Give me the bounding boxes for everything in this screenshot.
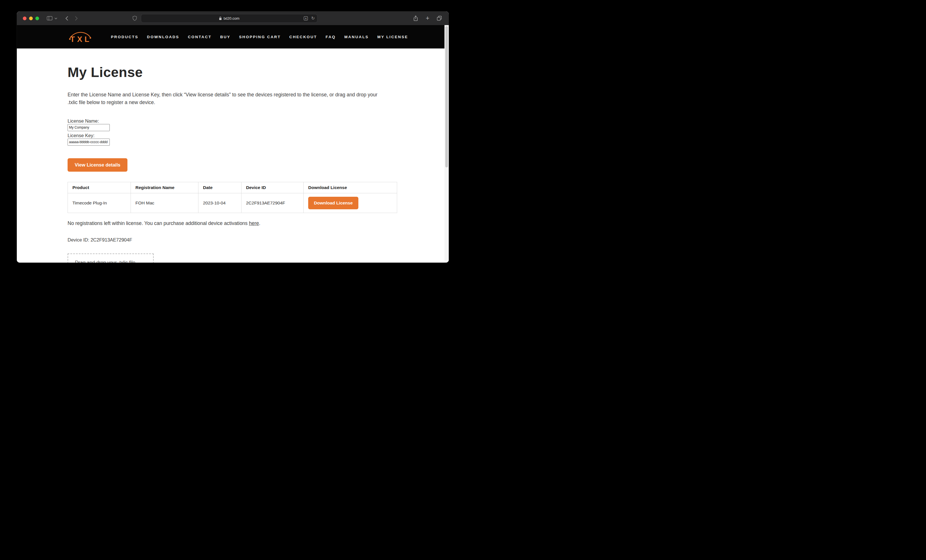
cell-download-license: Download License: [304, 193, 397, 213]
tab-overview-icon[interactable]: [437, 16, 442, 21]
intro-text: Enter the License Name and License Key, …: [68, 91, 387, 106]
nav-item-manuals[interactable]: MANUALS: [344, 35, 369, 39]
license-name-label: License Name:: [68, 118, 449, 124]
back-button-icon[interactable]: [65, 16, 68, 21]
column-header-download-license: Download License: [304, 182, 397, 193]
txl-logo[interactable]: TXL: [68, 30, 93, 44]
reload-icon[interactable]: ↻: [311, 16, 315, 21]
purchase-activations-link[interactable]: here: [249, 220, 259, 226]
table-row: Timecode Plug-In FOH Mac 2023-10-04 2C2F…: [68, 193, 397, 213]
column-header-registration-name: Registration Name: [131, 182, 198, 193]
site-header: TXL PRODUCTS DOWNLOADS CONTACT BUY SHOPP…: [17, 25, 445, 48]
note-text-before: No registrations left within license. Yo…: [68, 220, 249, 226]
zoom-window-button[interactable]: [35, 17, 39, 20]
nav-item-buy[interactable]: BUY: [220, 35, 230, 39]
license-key-input[interactable]: [68, 139, 110, 146]
license-name-input[interactable]: [68, 124, 110, 131]
page-title: My License: [68, 65, 449, 80]
share-icon[interactable]: [413, 15, 418, 21]
url-text: txl20.com: [224, 16, 239, 21]
main-navigation: PRODUCTS DOWNLOADS CONTACT BUY SHOPPING …: [111, 35, 408, 39]
license-devices-table: Product Registration Name Date Device ID…: [68, 182, 397, 213]
close-window-button[interactable]: [23, 17, 27, 20]
no-registrations-note: No registrations left within license. Yo…: [68, 220, 449, 226]
minimize-window-button[interactable]: [29, 17, 33, 20]
nav-item-shopping-cart[interactable]: SHOPPING CART: [239, 35, 280, 39]
column-header-date: Date: [198, 182, 242, 193]
sidebar-toggle-icon[interactable]: [47, 16, 53, 21]
address-bar[interactable]: txl20.com A ↻: [141, 14, 318, 23]
scrollbar-thumb[interactable]: [445, 26, 448, 167]
translate-icon[interactable]: A: [304, 16, 308, 21]
privacy-shield-icon[interactable]: [133, 16, 137, 21]
nav-item-faq[interactable]: FAQ: [325, 35, 336, 39]
lock-icon: [219, 17, 222, 20]
device-id-text: Device ID: 2C2F913AE72904F: [68, 237, 449, 243]
browser-window: txl20.com A ↻ +: [17, 11, 449, 263]
license-key-label: License Key:: [68, 132, 449, 139]
table-header-row: Product Registration Name Date Device ID…: [68, 182, 397, 193]
column-header-product: Product: [68, 182, 131, 193]
traffic-lights: [23, 17, 39, 20]
download-license-button[interactable]: Download License: [308, 197, 359, 209]
page-content: My License Enter the License Name and Li…: [17, 48, 449, 263]
txlic-dropzone[interactable]: Drag and drop your .txlic file: [68, 253, 154, 263]
cell-registration-name: FOH Mac: [131, 193, 198, 213]
nav-item-checkout[interactable]: CHECKOUT: [289, 35, 317, 39]
column-header-device-id: Device ID: [242, 182, 304, 193]
nav-item-contact[interactable]: CONTACT: [188, 35, 212, 39]
cell-product: Timecode Plug-In: [68, 193, 131, 213]
nav-item-downloads[interactable]: DOWNLOADS: [147, 35, 179, 39]
nav-item-my-license[interactable]: MY LICENSE: [377, 35, 408, 39]
forward-button-icon[interactable]: [75, 16, 78, 21]
svg-text:TXL: TXL: [70, 35, 92, 44]
browser-toolbar: txl20.com A ↻ +: [17, 11, 449, 25]
new-tab-icon[interactable]: +: [426, 15, 429, 21]
nav-item-products[interactable]: PRODUCTS: [111, 35, 139, 39]
cell-device-id: 2C2F913AE72904F: [242, 193, 304, 213]
note-text-after: .: [259, 220, 260, 226]
chevron-down-icon[interactable]: [54, 17, 57, 20]
cell-date: 2023-10-04: [198, 193, 242, 213]
view-license-details-button[interactable]: View License details: [68, 158, 127, 172]
dropzone-text: Drag and drop your .txlic file: [75, 260, 135, 263]
svg-text:A: A: [305, 17, 307, 20]
